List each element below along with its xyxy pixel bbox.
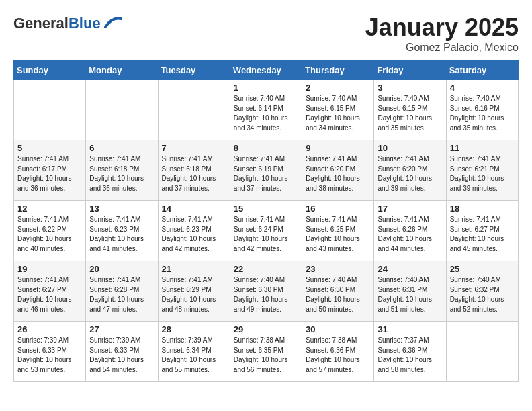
- day-number: 18: [450, 203, 515, 214]
- day-number: 27: [89, 324, 154, 334]
- day-info: Sunrise: 7:41 AMSunset: 6:18 PMDaylight:…: [162, 154, 226, 193]
- calendar-cell: 30Sunrise: 7:38 AMSunset: 6:36 PMDayligh…: [302, 322, 374, 382]
- weekday-header-tuesday: Tuesday: [158, 61, 230, 80]
- day-number: 29: [234, 324, 298, 334]
- day-number: 19: [17, 264, 82, 274]
- calendar-subtitle: Gomez Palacio, Mexico: [365, 42, 519, 54]
- day-info: Sunrise: 7:41 AMSunset: 6:25 PMDaylight:…: [306, 215, 370, 254]
- day-info: Sunrise: 7:37 AMSunset: 6:36 PMDaylight:…: [378, 336, 442, 375]
- day-number: 13: [89, 203, 154, 214]
- day-info: Sunrise: 7:41 AMSunset: 6:18 PMDaylight:…: [89, 154, 154, 193]
- calendar-cell: [86, 80, 158, 140]
- logo-general-text: General: [13, 15, 69, 32]
- day-number: 5: [17, 143, 82, 153]
- day-info: Sunrise: 7:41 AMSunset: 6:23 PMDaylight:…: [162, 215, 226, 254]
- calendar-body: 1Sunrise: 7:40 AMSunset: 6:14 PMDaylight…: [14, 80, 519, 382]
- calendar-cell: 7Sunrise: 7:41 AMSunset: 6:18 PMDaylight…: [158, 140, 230, 201]
- calendar-cell: 3Sunrise: 7:40 AMSunset: 6:15 PMDaylight…: [374, 80, 446, 140]
- weekday-header-sunday: Sunday: [14, 61, 86, 80]
- calendar-cell: 13Sunrise: 7:41 AMSunset: 6:23 PMDayligh…: [86, 201, 158, 261]
- day-number: 3: [378, 83, 442, 93]
- day-info: Sunrise: 7:39 AMSunset: 6:33 PMDaylight:…: [17, 336, 82, 375]
- day-number: 21: [162, 264, 226, 274]
- calendar-cell: 29Sunrise: 7:38 AMSunset: 6:35 PMDayligh…: [230, 322, 302, 382]
- logo-icon: [102, 13, 122, 34]
- day-info: Sunrise: 7:38 AMSunset: 6:36 PMDaylight:…: [306, 336, 370, 375]
- weekday-header-wednesday: Wednesday: [230, 61, 302, 80]
- calendar-cell: 28Sunrise: 7:39 AMSunset: 6:34 PMDayligh…: [158, 322, 230, 382]
- calendar-cell: 23Sunrise: 7:40 AMSunset: 6:30 PMDayligh…: [302, 261, 374, 322]
- calendar-cell: 21Sunrise: 7:41 AMSunset: 6:29 PMDayligh…: [158, 261, 230, 322]
- calendar-header: SundayMondayTuesdayWednesdayThursdayFrid…: [14, 61, 519, 80]
- calendar-cell: 4Sunrise: 7:40 AMSunset: 6:16 PMDaylight…: [446, 80, 518, 140]
- calendar-cell: 17Sunrise: 7:41 AMSunset: 6:26 PMDayligh…: [374, 201, 446, 261]
- calendar-cell: 25Sunrise: 7:40 AMSunset: 6:32 PMDayligh…: [446, 261, 518, 322]
- day-info: Sunrise: 7:41 AMSunset: 6:27 PMDaylight:…: [450, 215, 515, 254]
- day-number: 30: [306, 324, 370, 334]
- calendar-cell: 22Sunrise: 7:40 AMSunset: 6:30 PMDayligh…: [230, 261, 302, 322]
- day-info: Sunrise: 7:41 AMSunset: 6:20 PMDaylight:…: [378, 154, 442, 193]
- day-info: Sunrise: 7:41 AMSunset: 6:22 PMDaylight:…: [17, 215, 82, 254]
- day-number: 16: [306, 203, 370, 214]
- calendar-cell: 8Sunrise: 7:41 AMSunset: 6:19 PMDaylight…: [230, 140, 302, 201]
- day-info: Sunrise: 7:38 AMSunset: 6:35 PMDaylight:…: [234, 336, 298, 375]
- day-info: Sunrise: 7:39 AMSunset: 6:34 PMDaylight:…: [162, 336, 226, 375]
- day-info: Sunrise: 7:40 AMSunset: 6:15 PMDaylight:…: [306, 94, 370, 133]
- day-info: Sunrise: 7:40 AMSunset: 6:30 PMDaylight:…: [234, 275, 298, 314]
- calendar-week-row: 12Sunrise: 7:41 AMSunset: 6:22 PMDayligh…: [14, 201, 519, 261]
- day-info: Sunrise: 7:41 AMSunset: 6:26 PMDaylight:…: [378, 215, 442, 254]
- calendar-cell: 15Sunrise: 7:41 AMSunset: 6:24 PMDayligh…: [230, 201, 302, 261]
- calendar-cell: 5Sunrise: 7:41 AMSunset: 6:17 PMDaylight…: [14, 140, 86, 201]
- day-number: 24: [378, 264, 442, 274]
- day-info: Sunrise: 7:41 AMSunset: 6:24 PMDaylight:…: [234, 215, 298, 254]
- calendar-week-row: 1Sunrise: 7:40 AMSunset: 6:14 PMDaylight…: [14, 80, 519, 140]
- day-info: Sunrise: 7:41 AMSunset: 6:20 PMDaylight:…: [306, 154, 370, 193]
- day-info: Sunrise: 7:40 AMSunset: 6:15 PMDaylight:…: [378, 94, 442, 133]
- day-info: Sunrise: 7:41 AMSunset: 6:28 PMDaylight:…: [89, 275, 154, 314]
- day-number: 17: [378, 203, 442, 214]
- logo-blue-text: Blue: [69, 15, 101, 32]
- calendar-cell: 10Sunrise: 7:41 AMSunset: 6:20 PMDayligh…: [374, 140, 446, 201]
- calendar-cell: 6Sunrise: 7:41 AMSunset: 6:18 PMDaylight…: [86, 140, 158, 201]
- calendar-cell: 1Sunrise: 7:40 AMSunset: 6:14 PMDaylight…: [230, 80, 302, 140]
- day-number: 26: [17, 324, 82, 334]
- day-info: Sunrise: 7:41 AMSunset: 6:23 PMDaylight:…: [89, 215, 154, 254]
- calendar-cell: 16Sunrise: 7:41 AMSunset: 6:25 PMDayligh…: [302, 201, 374, 261]
- calendar-cell: 19Sunrise: 7:41 AMSunset: 6:27 PMDayligh…: [14, 261, 86, 322]
- calendar-cell: 27Sunrise: 7:39 AMSunset: 6:33 PMDayligh…: [86, 322, 158, 382]
- calendar-cell: [14, 80, 86, 140]
- calendar-title: January 2025: [365, 13, 519, 42]
- calendar-cell: 12Sunrise: 7:41 AMSunset: 6:22 PMDayligh…: [14, 201, 86, 261]
- day-number: 15: [234, 203, 298, 214]
- weekday-header-row: SundayMondayTuesdayWednesdayThursdayFrid…: [14, 61, 519, 80]
- page-header: GeneralBlue January 2025 Gomez Palacio, …: [13, 13, 519, 54]
- day-info: Sunrise: 7:41 AMSunset: 6:19 PMDaylight:…: [234, 154, 298, 193]
- day-info: Sunrise: 7:40 AMSunset: 6:30 PMDaylight:…: [306, 275, 370, 314]
- day-info: Sunrise: 7:39 AMSunset: 6:33 PMDaylight:…: [89, 336, 154, 375]
- calendar-week-row: 5Sunrise: 7:41 AMSunset: 6:17 PMDaylight…: [14, 140, 519, 201]
- day-number: 8: [234, 143, 298, 153]
- calendar-table: SundayMondayTuesdayWednesdayThursdayFrid…: [13, 60, 519, 382]
- day-number: 20: [89, 264, 154, 274]
- day-number: 14: [162, 203, 226, 214]
- day-number: 25: [450, 264, 515, 274]
- day-number: 6: [89, 143, 154, 153]
- weekday-header-friday: Friday: [374, 61, 446, 80]
- day-number: 28: [162, 324, 226, 334]
- calendar-cell: 18Sunrise: 7:41 AMSunset: 6:27 PMDayligh…: [446, 201, 518, 261]
- calendar-cell: [158, 80, 230, 140]
- day-info: Sunrise: 7:40 AMSunset: 6:31 PMDaylight:…: [378, 275, 442, 314]
- day-number: 2: [306, 83, 370, 93]
- day-number: 31: [378, 324, 442, 334]
- day-number: 11: [450, 143, 515, 153]
- day-number: 9: [306, 143, 370, 153]
- calendar-cell: 11Sunrise: 7:41 AMSunset: 6:21 PMDayligh…: [446, 140, 518, 201]
- day-info: Sunrise: 7:41 AMSunset: 6:29 PMDaylight:…: [162, 275, 226, 314]
- calendar-week-row: 19Sunrise: 7:41 AMSunset: 6:27 PMDayligh…: [14, 261, 519, 322]
- calendar-cell: 31Sunrise: 7:37 AMSunset: 6:36 PMDayligh…: [374, 322, 446, 382]
- calendar-week-row: 26Sunrise: 7:39 AMSunset: 6:33 PMDayligh…: [14, 322, 519, 382]
- day-info: Sunrise: 7:40 AMSunset: 6:32 PMDaylight:…: [450, 275, 515, 314]
- weekday-header-thursday: Thursday: [302, 61, 374, 80]
- day-info: Sunrise: 7:41 AMSunset: 6:21 PMDaylight:…: [450, 154, 515, 193]
- day-info: Sunrise: 7:41 AMSunset: 6:27 PMDaylight:…: [17, 275, 82, 314]
